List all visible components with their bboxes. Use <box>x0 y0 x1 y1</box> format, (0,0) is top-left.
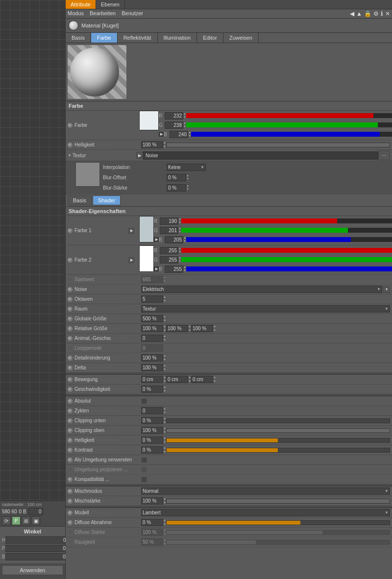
kontrast-radio[interactable] <box>68 448 73 453</box>
raum-dropdown[interactable]: Textur ▼ <box>141 305 390 313</box>
farbe-b-expand[interactable]: ▶ <box>159 132 164 137</box>
zyklen-radio[interactable] <box>68 409 73 413</box>
farbe2-radio[interactable] <box>68 258 73 263</box>
mischmodus-dropdown[interactable]: Normal ▼ <box>141 487 390 495</box>
loopperiode-input[interactable] <box>141 344 163 352</box>
farbe-color-swatch[interactable] <box>139 111 159 130</box>
diffuse-abnahme-radio[interactable] <box>68 520 73 525</box>
farbe-g-input[interactable] <box>165 121 183 129</box>
helligkeit-slider[interactable] <box>166 143 390 147</box>
clipping-oben-radio[interactable] <box>68 428 73 433</box>
geschwindigkeit-stepper[interactable]: ▲▼ <box>163 386 166 392</box>
relative-groesse-radio[interactable] <box>68 326 73 331</box>
farbe2-r-slider[interactable] <box>181 248 392 253</box>
zyklen-input[interactable] <box>141 407 163 414</box>
prop-tab-editor[interactable]: Editor <box>197 33 223 43</box>
relative-groesse-x-input[interactable] <box>141 325 163 332</box>
animat-geschw-input[interactable] <box>141 335 163 342</box>
farbe1-b-expand[interactable]: ▶ <box>154 237 159 242</box>
oktaven-input[interactable] <box>141 295 163 303</box>
noise-extra-btn[interactable]: ▼ <box>383 286 390 293</box>
farbe2-swatch[interactable] <box>139 245 154 272</box>
relative-groesse-y-input[interactable] <box>166 325 188 332</box>
farbe2-g-slider[interactable] <box>181 257 392 262</box>
lock-icon[interactable]: 🔒 <box>364 10 371 17</box>
als-umgebung-checkbox[interactable] <box>141 457 147 463</box>
startwert-stepper[interactable]: ▲▼ <box>163 276 166 283</box>
bewegung-y-input[interactable] <box>166 376 188 383</box>
delta-input[interactable] <box>141 364 163 371</box>
farbe2-b-slider[interactable] <box>186 266 392 271</box>
geschwindigkeit-radio[interactable] <box>68 387 73 392</box>
oktaven-radio[interactable] <box>68 297 73 302</box>
clipping-oben-slider[interactable] <box>166 428 390 433</box>
globale-groesse-stepper[interactable]: ▲▼ <box>163 315 166 322</box>
sub-tab-basis[interactable]: Basis <box>68 195 92 205</box>
rauigkeit-input[interactable] <box>141 538 163 546</box>
modell-radio[interactable] <box>68 510 73 515</box>
farbe1-g-slider[interactable] <box>181 228 392 233</box>
menu-modus[interactable]: Modus <box>68 10 84 17</box>
helligkeit-input[interactable] <box>141 141 163 148</box>
helligkeit-radio[interactable] <box>68 143 73 147</box>
prop-tab-zuweisen[interactable]: Zuweisen <box>223 33 259 43</box>
rg-z-stepper[interactable]: ▲▼ <box>213 325 216 332</box>
mischstaerke-input[interactable] <box>141 497 163 505</box>
shader-helligkeit-input[interactable] <box>141 436 163 444</box>
noise-radio[interactable] <box>68 287 73 292</box>
mischstaerke-radio[interactable] <box>68 499 73 504</box>
detailminderung-input[interactable] <box>141 354 163 362</box>
bew-z-stepper[interactable]: ▲▼ <box>213 376 216 383</box>
arrow-left-icon[interactable]: ◀ <box>350 10 354 17</box>
icon-btn-3[interactable]: ⊞ <box>22 516 30 525</box>
rauigkeit-slider[interactable] <box>166 540 390 545</box>
kompatibilitaet-radio[interactable] <box>68 477 73 482</box>
icon-btn-4[interactable]: ▣ <box>31 516 40 525</box>
prop-tab-farbe[interactable]: Farbe <box>91 33 118 43</box>
farbe1-r-input[interactable] <box>160 217 178 225</box>
diffuse-staerke-input[interactable] <box>141 529 163 536</box>
mischmodus-radio[interactable] <box>68 489 73 494</box>
farbe1-r-slider[interactable] <box>181 218 392 223</box>
farbe-b-input[interactable] <box>170 131 188 138</box>
h-angle-input[interactable] <box>5 536 71 544</box>
absolut-radio[interactable] <box>68 399 73 404</box>
clipping-unten-input[interactable] <box>141 417 163 424</box>
bewegung-z-input[interactable] <box>191 376 213 383</box>
zyklen-stepper[interactable]: ▲▼ <box>163 407 166 414</box>
delta-radio[interactable] <box>68 365 73 370</box>
farbe-g-slider[interactable] <box>186 122 392 127</box>
icon-btn-2[interactable]: P <box>12 516 21 525</box>
icon-btn-1[interactable]: ⟳ <box>2 516 11 525</box>
textur-arrow[interactable]: ▼ <box>68 153 73 158</box>
farbe2-b-input[interactable] <box>165 265 183 273</box>
blur-offset-stepper[interactable]: ▲▼ <box>186 174 189 181</box>
prop-tab-basis[interactable]: Basis <box>66 33 91 43</box>
farbe1-swatch[interactable] <box>139 216 154 242</box>
farbe2-g-input[interactable] <box>160 256 178 264</box>
kontrast-input[interactable] <box>141 446 163 454</box>
menu-benutzer[interactable]: Benutzer <box>122 10 143 17</box>
noise-dropdown[interactable]: Elektrisch ▼ <box>141 286 382 293</box>
raum-radio[interactable] <box>68 307 73 312</box>
oktaven-stepper[interactable]: ▲▼ <box>163 295 166 302</box>
arrow-right-icon[interactable]: ▲ <box>356 10 362 17</box>
shader-helligkeit-radio[interactable] <box>68 438 73 443</box>
tab-attribute[interactable]: Attribute <box>66 0 96 9</box>
detailminderung-radio[interactable] <box>68 356 73 361</box>
farbe1-b-input[interactable] <box>165 236 183 243</box>
mischstaerke-slider[interactable] <box>166 499 390 504</box>
bewegung-radio[interactable] <box>68 377 73 382</box>
farbe1-radio[interactable] <box>68 228 73 233</box>
farbe-r-slider[interactable] <box>186 113 392 118</box>
clipping-unten-slider[interactable] <box>166 418 390 423</box>
modell-dropdown[interactable]: Lambert ▼ <box>141 509 390 516</box>
b-input[interactable] <box>28 508 43 515</box>
delta-stepper[interactable]: ▲▼ <box>163 364 166 371</box>
p-angle-input[interactable] <box>5 545 71 552</box>
textur-menu-btn[interactable]: ··· <box>378 150 390 160</box>
interp-dropdown[interactable]: Keine ▼ <box>167 164 206 171</box>
close-icon[interactable]: ✕ <box>385 10 390 17</box>
farbe1-b-slider[interactable] <box>186 237 392 242</box>
farbe-r-input[interactable] <box>165 112 183 120</box>
